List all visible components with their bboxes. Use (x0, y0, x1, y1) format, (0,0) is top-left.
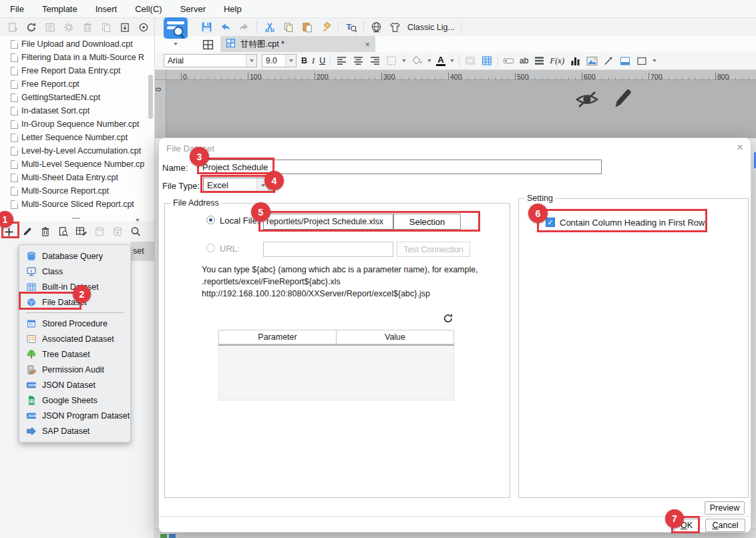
shape-icon[interactable] (636, 55, 648, 67)
paste-icon[interactable] (301, 21, 313, 33)
format-painter-icon[interactable] (319, 21, 332, 33)
menu-cell-c[interactable]: Cell(C) (135, 4, 162, 14)
tree-item-in-group-sequence-number-cpt[interactable]: In-Group Sequence Number.cpt (0, 117, 147, 131)
menu-item-tree-dataset[interactable]: Tree Dataset (19, 346, 130, 362)
underline-button[interactable]: U (319, 56, 325, 65)
text-field-icon[interactable] (503, 55, 515, 67)
tab-gantt-chart[interactable]: 甘特图.cpt * × (220, 36, 375, 52)
hide-eye-icon[interactable] (574, 89, 600, 112)
theme-name-label[interactable]: Classic Lig... (407, 23, 455, 32)
menu-help[interactable]: Help (224, 4, 242, 14)
menu-item-stored-procedure[interactable]: Stored Procedure (19, 316, 130, 331)
pointer-line-icon[interactable] (602, 55, 614, 67)
tree-item-in-dataset-sort-cpt[interactable]: In-dataset Sort.cpt (0, 104, 147, 117)
menu-template[interactable]: Template (42, 4, 77, 14)
cut-icon[interactable] (263, 21, 276, 33)
insert-table-icon[interactable] (481, 55, 493, 67)
ok-button[interactable]: OK (674, 519, 699, 532)
clipboard-icon[interactable] (118, 21, 131, 33)
theme-icon[interactable] (389, 21, 401, 33)
chevron-down-icon[interactable] (427, 59, 431, 62)
undo-icon[interactable] (219, 21, 232, 33)
target-icon[interactable] (137, 21, 150, 33)
tab-close-icon[interactable]: × (365, 39, 370, 49)
local-file-input[interactable]: reportlets/Project Schedule.xlsx (263, 214, 393, 230)
font-color-icon[interactable]: A (436, 56, 445, 66)
menu-item-associated-dataset[interactable]: Associated Dataset (19, 331, 130, 346)
test-connection-button[interactable]: Test Connection (397, 242, 470, 257)
dataset-name-input[interactable]: Project Schedule (198, 160, 602, 174)
preview-dataset-icon[interactable] (57, 226, 69, 238)
url-input[interactable] (263, 242, 393, 257)
italic-button[interactable]: I (312, 56, 315, 66)
tree-item-file-upload-and-download-cpt[interactable]: File Upload and Download.cpt (0, 37, 147, 51)
url-label[interactable]: URL: (220, 244, 240, 254)
cancel-button[interactable]: Cancel (705, 519, 745, 532)
border-icon[interactable] (385, 55, 397, 67)
align-right-icon[interactable] (369, 55, 381, 67)
chart-icon[interactable] (569, 55, 581, 67)
tree-item-multi-source-sliced-report-cpt[interactable]: Multi-Source Sliced Report.cpt (0, 198, 147, 211)
menu-item-json-program-dataset[interactable]: JSONJSON Program Dataset (19, 408, 130, 423)
find-replace-icon[interactable]: T (345, 21, 357, 33)
search-icon[interactable] (129, 226, 142, 238)
menu-file[interactable]: File (10, 4, 24, 14)
settings-gear-icon[interactable] (62, 21, 75, 33)
tree-item-free-report-cpt[interactable]: Free Report.cpt (0, 77, 147, 91)
menu-item-class[interactable]: IClass (19, 264, 130, 279)
splitter-handle[interactable] (72, 218, 80, 219)
edit-table-icon[interactable] (75, 226, 87, 238)
tree-item-free-report-data-entry-cpt[interactable]: Free Report Data Entry.cpt (0, 64, 147, 77)
file-type-select[interactable]: Excel (203, 178, 269, 193)
align-center-icon[interactable] (352, 55, 364, 67)
fill-color-icon[interactable] (411, 55, 423, 67)
report-canvas[interactable] (166, 80, 756, 138)
align-left-icon[interactable] (335, 55, 347, 67)
add-dataset-icon[interactable] (3, 226, 15, 238)
font-size-select[interactable]: 9.0 (262, 54, 297, 67)
menu-item-database-query[interactable]: Database Query (19, 248, 130, 264)
edit-pencil-icon[interactable] (612, 87, 632, 113)
web-icon[interactable] (370, 21, 383, 33)
local-file-label[interactable]: Local File: (220, 216, 259, 226)
tree-item-multi-sheet-data-entry-cpt[interactable]: Multi-Sheet Data Entry.cpt (0, 171, 147, 184)
column-heading-checkbox[interactable]: ✓ (546, 218, 555, 227)
tree-item-level-by-level-accumulation-cpt[interactable]: Level-by-Level Accumulation.cpt (0, 144, 147, 158)
parameter-table-body[interactable] (218, 346, 454, 400)
text-ab-icon[interactable]: ab (520, 56, 529, 65)
chevron-down-icon[interactable] (652, 59, 656, 62)
tree-item-filtering-data-in-a-multi-source-r[interactable]: Filtering Data in a Multi-Source R (0, 51, 147, 64)
save-icon[interactable] (200, 21, 213, 33)
widget-icon[interactable] (619, 55, 631, 67)
template-search-button[interactable] (162, 17, 189, 41)
menu-item-file-dataset[interactable]: File Dataset (19, 294, 130, 310)
tree-item-multi-source-report-cpt[interactable]: Multi-Source Report.cpt (0, 184, 147, 198)
url-radio[interactable] (206, 244, 215, 252)
menu-item-google-sheets[interactable]: Google Sheets (19, 392, 130, 408)
image-icon[interactable] (586, 55, 598, 67)
new-grid-view-button[interactable] (199, 37, 216, 52)
menu-insert[interactable]: Insert (96, 4, 118, 14)
bold-button[interactable]: B (301, 56, 307, 65)
menu-item-sap-dataset[interactable]: SAP Dataset (19, 423, 130, 439)
delete-dataset-icon[interactable] (39, 226, 51, 238)
menu-item-permission-audit[interactable]: Permission Audit (19, 362, 130, 377)
font-family-select[interactable]: Arial (164, 54, 257, 67)
column-heading-label[interactable]: Contain Column Heading in First Row (560, 218, 705, 228)
edit-dataset-icon[interactable] (21, 226, 33, 238)
db-connection-icon[interactable] (93, 226, 106, 238)
menu-item-built-in-dataset[interactable]: Built-in Dataset (19, 279, 130, 294)
rich-text-icon[interactable] (534, 55, 546, 67)
merge-cell-icon[interactable] (464, 55, 476, 67)
tree-item-letter-sequence-number-cpt[interactable]: Letter Sequence Number.cpt (0, 131, 147, 144)
tree-scrollbar-thumb[interactable] (148, 75, 153, 119)
copy-icon[interactable] (282, 21, 295, 33)
db-remove-icon[interactable] (111, 226, 124, 238)
preview-button[interactable]: Preview (705, 501, 745, 515)
delete-icon[interactable] (81, 21, 93, 33)
redo-icon[interactable] (238, 21, 250, 33)
refresh-parameters-icon[interactable] (441, 312, 455, 325)
tree-item-gettingstarteden-cpt[interactable]: GettingStartedEN.cpt (0, 91, 147, 104)
panel-chevron-down-icon[interactable] (136, 219, 140, 222)
menu-server[interactable]: Server (180, 4, 206, 14)
